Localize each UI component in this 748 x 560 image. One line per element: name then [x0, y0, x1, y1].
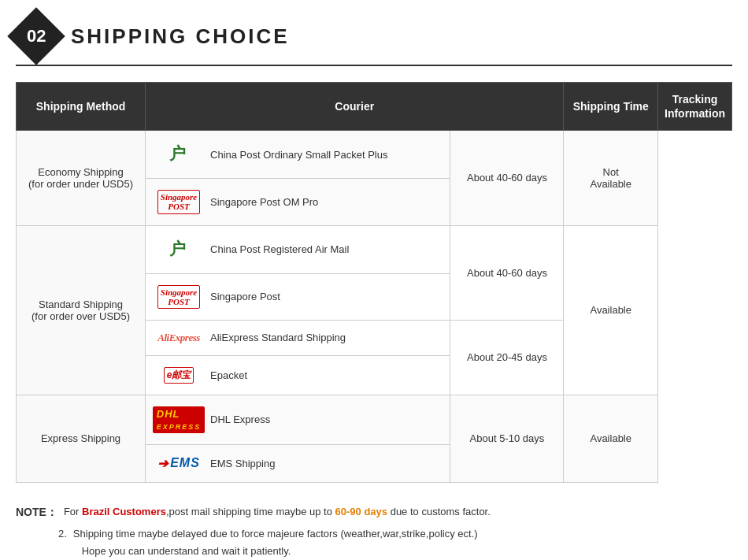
notes-section: NOTE： For Brazil Customers,post mail shi… [16, 497, 732, 560]
table-row: Economy Shipping(for order under USD5) 户… [17, 131, 732, 179]
courier-name: China Post Registered Air Mail [210, 243, 349, 255]
method-economy: Economy Shipping(for order under USD5) [17, 131, 146, 225]
courier-name: EMS Shipping [210, 458, 275, 469]
courier-name: China Post Ordinary Small Packet Plus [210, 149, 387, 161]
shipping-time-standard-2: About 20-45 days [450, 320, 564, 395]
courier-ems: ➔ EMS EMS Shipping [146, 444, 450, 482]
method-standard: Standard Shipping(for order over USD5) [17, 225, 146, 395]
svg-text:户: 户 [169, 239, 186, 258]
courier-name: DHL Express [210, 414, 270, 425]
method-express: Express Shipping [17, 395, 146, 482]
courier-name: Singapore Post OM Pro [210, 196, 318, 208]
courier-name: Singapore Post [210, 291, 280, 302]
note-item-1: NOTE： For Brazil Customers,post mail shi… [16, 503, 732, 522]
ems-logo: ➔ EMS [155, 456, 202, 471]
tracking-economy: NotAvailable [564, 131, 658, 225]
header-courier: Courier [146, 83, 564, 131]
shipping-time-standard-1: About 40-60 days [450, 225, 564, 320]
note-item-2: 2. Shipping time maybe delayed due to fo… [58, 525, 732, 560]
courier-singapore-pro: SingaporePOST Singapore Post OM Pro [146, 179, 450, 225]
courier-china-post-air: 户 China Post Registered Air Mail [146, 225, 450, 273]
page-header: 02 SHIPPING CHOICE [16, 16, 732, 66]
section-badge: 02 [7, 7, 65, 65]
table-row: Express Shipping DHLEXPRESS DHL Express … [17, 395, 732, 444]
svg-text:户: 户 [169, 145, 186, 163]
dhl-logo: DHLEXPRESS [155, 406, 202, 433]
courier-name: Epacket [210, 369, 247, 381]
china-post-logo: 户 [155, 142, 202, 167]
shipping-time-express: About 5-10 days [450, 395, 564, 482]
courier-name: AliExpress Standard Shipping [210, 332, 346, 343]
table-row: Standard Shipping(for order over USD5) 户… [17, 225, 732, 273]
shipping-time-economy: About 40-60 days [450, 131, 564, 225]
tracking-standard: Available [564, 225, 658, 395]
header-method: Shipping Method [17, 83, 146, 131]
note-1-text: For Brazil Customers,post mail shipping … [64, 503, 491, 522]
courier-singapore-standard: SingaporePOST Singapore Post [146, 273, 450, 320]
china-post-logo-2: 户 [155, 237, 202, 262]
note-1-highlight-days: 60-90 days [335, 506, 388, 517]
shipping-table: Shipping Method Courier Shipping Time Tr… [16, 82, 732, 483]
note-2-number: 2. [58, 525, 67, 560]
courier-dhl: DHLEXPRESS DHL Express [146, 395, 450, 444]
page-title: SHIPPING CHOICE [71, 24, 290, 49]
singapore-post-logo: SingaporePOST [155, 190, 202, 213]
note-label: NOTE： [16, 503, 57, 522]
singapore-post-logo-2: SingaporePOST [155, 285, 202, 309]
courier-aliexpress: AliExpress AliExpress Standard Shipping [146, 320, 450, 355]
courier-china-post-small: 户 China Post Ordinary Small Packet Plus [146, 131, 450, 179]
courier-epacket: e邮宝 Epacket [146, 355, 450, 395]
header-time: Shipping Time [564, 83, 658, 131]
note-1-highlight-brazil: Brazil Customers [82, 506, 166, 517]
tracking-express: Available [564, 395, 658, 482]
note-2-text: Shipping time maybe delayed due to force… [73, 525, 478, 560]
header-tracking: Tracking Information [658, 83, 732, 131]
aliexpress-logo: AliExpress [155, 332, 202, 344]
epacket-logo: e邮宝 [155, 367, 202, 384]
